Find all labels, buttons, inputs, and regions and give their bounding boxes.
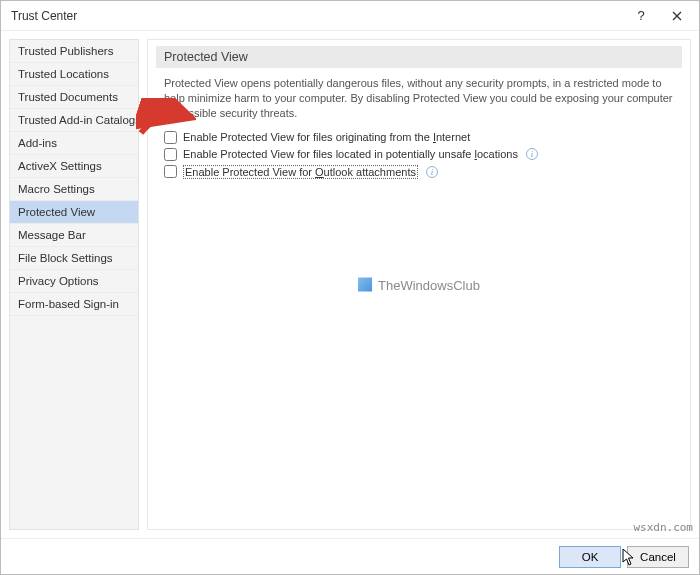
option-unsafe-locations-label: Enable Protected View for files located … (183, 148, 518, 160)
section-header: Protected View (156, 46, 682, 68)
close-icon (672, 11, 682, 21)
checkbox-outlook-attachments[interactable] (164, 165, 177, 178)
sidebar-item-trusted-locations[interactable]: Trusted Locations (10, 63, 138, 86)
sidebar: Trusted Publishers Trusted Locations Tru… (9, 39, 139, 530)
sidebar-item-message-bar[interactable]: Message Bar (10, 224, 138, 247)
sidebar-item-trusted-publishers[interactable]: Trusted Publishers (10, 40, 138, 63)
main-panel: Protected View Protected View opens pote… (147, 39, 691, 530)
help-button[interactable]: ? (623, 1, 659, 31)
option-outlook-attachments[interactable]: Enable Protected View for Outlook attach… (164, 165, 674, 179)
option-internet-label: Enable Protected View for files originat… (183, 131, 470, 143)
titlebar: Trust Center ? (1, 1, 699, 31)
option-unsafe-locations[interactable]: Enable Protected View for files located … (164, 148, 674, 161)
checkbox-unsafe-locations[interactable] (164, 148, 177, 161)
watermark-icon (358, 278, 372, 292)
option-outlook-attachments-label: Enable Protected View for Outlook attach… (183, 165, 418, 179)
cancel-button[interactable]: Cancel (627, 546, 689, 568)
sidebar-item-form-based-signin[interactable]: Form-based Sign-in (10, 293, 138, 316)
trust-center-dialog: Trust Center ? Trusted Publishers Truste… (0, 0, 700, 575)
sidebar-item-file-block-settings[interactable]: File Block Settings (10, 247, 138, 270)
options-list: Enable Protected View for files originat… (156, 131, 682, 179)
sidebar-item-trusted-documents[interactable]: Trusted Documents (10, 86, 138, 109)
ok-button[interactable]: OK (559, 546, 621, 568)
close-button[interactable] (659, 1, 695, 31)
sidebar-item-trusted-addin-catalogs[interactable]: Trusted Add-in Catalogs (10, 109, 138, 132)
sidebar-item-macro-settings[interactable]: Macro Settings (10, 178, 138, 201)
info-icon[interactable]: i (426, 166, 438, 178)
watermark: TheWindowsClub (358, 277, 480, 292)
section-description: Protected View opens potentially dangero… (156, 76, 682, 131)
watermark-text: TheWindowsClub (378, 277, 480, 292)
sidebar-item-privacy-options[interactable]: Privacy Options (10, 270, 138, 293)
window-title: Trust Center (11, 9, 623, 23)
sidebar-item-activex-settings[interactable]: ActiveX Settings (10, 155, 138, 178)
source-watermark: wsxdn.com (633, 521, 693, 534)
sidebar-item-add-ins[interactable]: Add-ins (10, 132, 138, 155)
option-internet[interactable]: Enable Protected View for files originat… (164, 131, 674, 144)
dialog-footer: OK Cancel (1, 538, 699, 574)
info-icon[interactable]: i (526, 148, 538, 160)
sidebar-item-protected-view[interactable]: Protected View (10, 201, 138, 224)
checkbox-internet[interactable] (164, 131, 177, 144)
dialog-body: Trusted Publishers Trusted Locations Tru… (1, 31, 699, 538)
